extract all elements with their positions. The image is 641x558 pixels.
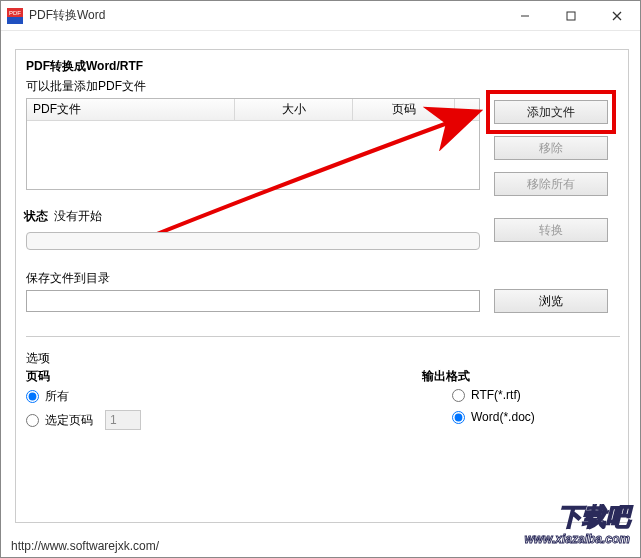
window-controls [502,1,640,30]
main-panel: PDF转换成Word/RTF 可以批量添加PDF文件 PDF文件 大小 页码 添… [15,49,629,523]
svg-text:PDF: PDF [9,10,21,16]
status-label: 状态 [24,208,48,225]
section-subtitle: 可以批量添加PDF文件 [26,78,146,95]
radio-select-input[interactable] [26,414,39,427]
maximize-button[interactable] [548,1,594,30]
footer-url: http://www.softwarejxk.com/ [11,539,159,553]
radio-doc[interactable]: Word(*.doc) [452,410,535,424]
page-range-label: 页码 [26,368,50,385]
svg-rect-1 [7,17,23,24]
radio-doc-input[interactable] [452,411,465,424]
watermark-line2: www.xiazaiba.com [524,532,630,546]
col-header-file[interactable]: PDF文件 [27,99,235,121]
col-header-page[interactable]: 页码 [353,99,455,121]
radio-select-label: 选定页码 [45,412,93,429]
radio-all-pages[interactable]: 所有 [26,388,69,405]
radio-all-label: 所有 [45,388,69,405]
radio-all-input[interactable] [26,390,39,403]
divider [26,336,620,337]
titlebar: PDF PDF转换Word [1,1,640,31]
convert-button[interactable]: 转换 [494,218,608,242]
col-header-spacer [455,99,479,121]
remove-all-button[interactable]: 移除所有 [494,172,608,196]
window-title: PDF转换Word [29,7,502,24]
radio-doc-label: Word(*.doc) [471,410,535,424]
minimize-button[interactable] [502,1,548,30]
close-button[interactable] [594,1,640,30]
options-label: 选项 [26,350,50,367]
file-table-header: PDF文件 大小 页码 [27,99,479,121]
radio-rtf[interactable]: RTF(*.rtf) [452,388,521,402]
output-format-label: 输出格式 [422,368,470,385]
status-value: 没有开始 [54,208,102,225]
remove-button[interactable]: 移除 [494,136,608,160]
browse-button[interactable]: 浏览 [494,289,608,313]
progress-bar [26,232,480,250]
add-file-button[interactable]: 添加文件 [494,100,608,124]
col-header-size[interactable]: 大小 [235,99,353,121]
save-folder-label: 保存文件到目录 [26,270,110,287]
radio-rtf-input[interactable] [452,389,465,402]
save-folder-input[interactable] [26,290,480,312]
page-number-input [105,410,141,430]
section-title: PDF转换成Word/RTF [26,58,143,75]
radio-select-pages[interactable]: 选定页码 [26,410,141,430]
app-icon: PDF [7,8,23,24]
svg-rect-4 [567,12,575,20]
radio-rtf-label: RTF(*.rtf) [471,388,521,402]
file-table[interactable]: PDF文件 大小 页码 [26,98,480,190]
